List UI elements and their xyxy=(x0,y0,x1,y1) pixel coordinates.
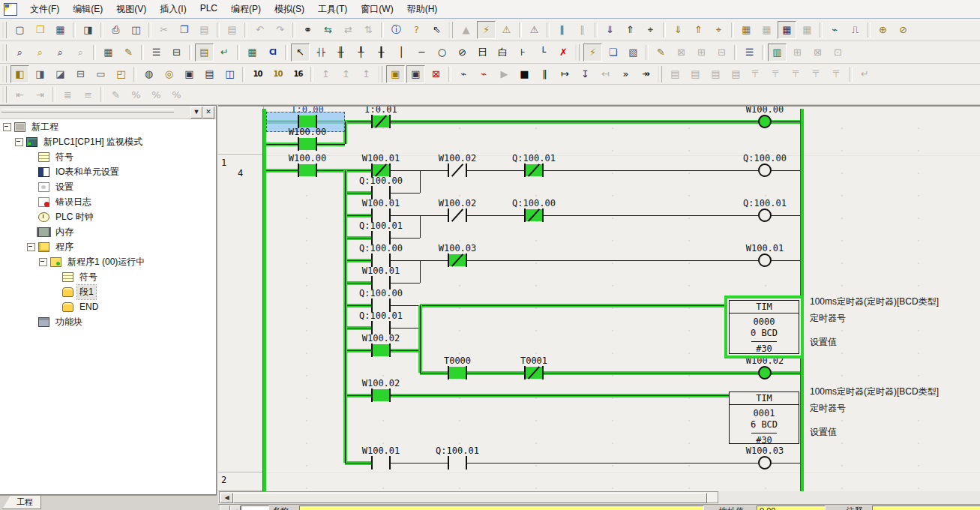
properties-button[interactable]: ◰ xyxy=(112,65,130,83)
tree-item-错误日志[interactable]: 错误日志 xyxy=(0,194,216,209)
radix-hex-button[interactable]: 16 xyxy=(289,65,307,83)
tree-item-PLC 时钟[interactable]: PLC 时钟 xyxy=(0,209,216,224)
zoom-out-button[interactable]: ⌕ xyxy=(51,44,70,62)
menu-item-9[interactable]: 帮助(H) xyxy=(400,1,445,18)
tree-item-符号[interactable]: 符号 xyxy=(0,269,216,284)
find-button[interactable]: ⚭ xyxy=(298,21,317,39)
memory-view-button[interactable]: ▦ xyxy=(737,21,756,39)
app-icon[interactable] xyxy=(4,3,17,16)
contact-no-Q:100.01[interactable] xyxy=(371,232,391,244)
download-to-plc-button[interactable]: ⇓ xyxy=(601,21,619,39)
simulator-exit-button[interactable]: ⊠ xyxy=(427,65,445,83)
address-reference-button[interactable]: ⇆ xyxy=(319,21,337,39)
monitor-button[interactable]: ⚡ xyxy=(477,21,496,39)
contact-no-I:0.00[interactable] xyxy=(298,116,317,128)
contact-nc-Q:100.01[interactable] xyxy=(524,164,544,176)
contact-no-T0000[interactable] xyxy=(448,367,467,379)
info-window-button[interactable]: ◫ xyxy=(220,65,239,83)
contact-nc-W100.03[interactable] xyxy=(448,254,467,266)
tab-project[interactable]: 工程 xyxy=(2,496,41,509)
send-changes-button[interactable]: ❏ xyxy=(604,44,622,62)
menu-item-4[interactable]: PLC xyxy=(193,1,224,18)
online-edit-button[interactable]: ⚡ xyxy=(583,44,602,62)
copy-button[interactable]: ❐ xyxy=(175,21,193,39)
delete-connector-button[interactable]: ✗ xyxy=(554,44,573,62)
tree-expander-icon[interactable] xyxy=(39,258,47,266)
tree-item-内存[interactable]: 内存 xyxy=(0,224,216,239)
edit-rung-button[interactable]: ✎ xyxy=(652,44,670,62)
instruction-box-button[interactable]: 日 xyxy=(473,44,492,62)
contact-no-Q:100.01[interactable] xyxy=(448,457,467,469)
time-chart-button[interactable]: ⎍ xyxy=(846,21,865,39)
toolbar-grip[interactable] xyxy=(2,66,7,82)
watch-name-field[interactable] xyxy=(299,506,704,510)
toolbar-grip[interactable] xyxy=(2,22,7,38)
rung-margin-cell[interactable]: 14 xyxy=(218,155,262,472)
coil-W100.01[interactable] xyxy=(758,254,772,267)
contact-no-W100.02[interactable] xyxy=(371,389,391,401)
toolbar-grip[interactable] xyxy=(658,66,662,82)
new-button[interactable]: ▢ xyxy=(10,21,29,39)
workspace-close-button[interactable]: ✕ xyxy=(202,106,214,118)
tree-item-新程序1 (00)运行中[interactable]: 新程序1 (00)运行中 xyxy=(0,254,216,269)
coil-Q:100.00[interactable] xyxy=(758,164,772,177)
contact-no-button[interactable]: ┤├ xyxy=(311,44,330,62)
output-window-button[interactable]: ◨ xyxy=(31,65,49,83)
watch-window-button[interactable]: ▥ xyxy=(768,44,787,62)
monitor-all-button[interactable]: ⚠ xyxy=(497,21,516,39)
save-button[interactable]: ▦ xyxy=(51,21,70,39)
tree-item-END[interactable]: END xyxy=(0,299,216,314)
simulator-online-button[interactable]: ▣ xyxy=(386,65,405,83)
section-list-button[interactable]: ▣ xyxy=(180,65,199,83)
watch-prev-button[interactable]: ▼ xyxy=(220,506,230,510)
about-button[interactable]: ⓘ xyxy=(387,21,406,39)
open-button[interactable]: ❒ xyxy=(31,21,49,39)
radix-decimal-force-button[interactable]: 10 xyxy=(268,65,287,83)
contact-nc-W100.02[interactable] xyxy=(448,209,467,221)
project-window-button[interactable]: ◧ xyxy=(10,65,29,83)
watch-comment-field[interactable] xyxy=(872,506,980,510)
menu-item-8[interactable]: 窗口(W) xyxy=(354,1,400,18)
menu-item-5[interactable]: 编程(P) xyxy=(224,1,268,18)
toolbar-grip[interactable] xyxy=(448,22,453,38)
symbol-table-button[interactable]: ◍ xyxy=(139,65,158,83)
contact-nc-T0001[interactable] xyxy=(524,367,544,379)
tree-item-符号[interactable]: 符号 xyxy=(0,149,216,164)
sim-mode-2-button[interactable]: ⌁ xyxy=(475,65,493,83)
contact-no-W100.01[interactable] xyxy=(371,209,391,221)
tree-expander-icon[interactable] xyxy=(15,138,23,146)
workspace-dropdown-button[interactable]: ▼ xyxy=(190,106,202,118)
tree-item-新工程[interactable]: 新工程 xyxy=(0,119,216,134)
partial-compare-button[interactable]: ⌖ xyxy=(709,21,728,39)
mnemonic-view-button[interactable]: ▦ xyxy=(243,44,262,62)
symbol-bar-button[interactable]: ▤ xyxy=(195,44,214,62)
rung-comment-button[interactable]: ▤ xyxy=(200,65,219,83)
sim-pause-button[interactable]: ‖ xyxy=(535,65,554,83)
toolbar-grip[interactable] xyxy=(2,86,7,103)
line-connector-button[interactable]: └ xyxy=(534,44,553,62)
rung-wrap-button[interactable]: ↵ xyxy=(215,44,234,62)
radix-decimal-button[interactable]: 10 xyxy=(248,65,267,83)
transfer-warning-button[interactable]: ⚠ xyxy=(525,21,544,39)
timer-instruction-block-0000[interactable]: TIM00000 BCD#30 xyxy=(729,300,799,354)
horizontal-line-button[interactable]: ─ xyxy=(412,44,431,62)
partial-upload-button[interactable]: ⇑ xyxy=(689,21,708,39)
contact-no-W100.01[interactable] xyxy=(371,277,391,289)
contact-no-W100.00[interactable] xyxy=(298,138,317,150)
contact-nc-I:0.01[interactable] xyxy=(371,116,391,128)
tree-item-IO表和单元设置[interactable]: IO表和单元设置 xyxy=(0,164,216,179)
invert-button[interactable]: ⊦ xyxy=(514,44,532,62)
contact-no-Q:100.00[interactable] xyxy=(371,299,391,311)
zoom-in-button[interactable]: ⌕ xyxy=(10,44,29,62)
contact-nc-button[interactable]: ╫ xyxy=(331,44,350,62)
toolbar-grip[interactable] xyxy=(378,66,382,82)
tree-item-新PLC1[CP1H] 监视模式[interactable]: 新PLC1[CP1H] 监视模式 xyxy=(0,134,216,149)
rung-compact-button[interactable]: ⊟ xyxy=(167,44,186,62)
contact-no-W100.00[interactable] xyxy=(298,164,317,176)
toolbar-grip[interactable] xyxy=(2,44,7,61)
tree-expander-icon[interactable] xyxy=(27,243,35,251)
tree-item-设置[interactable]: 设置 xyxy=(0,179,216,194)
contact-nc-W100.01[interactable] xyxy=(371,164,391,176)
simulator-window-button[interactable]: ▣ xyxy=(406,65,425,83)
tree-item-程序[interactable]: 程序 xyxy=(0,239,216,254)
